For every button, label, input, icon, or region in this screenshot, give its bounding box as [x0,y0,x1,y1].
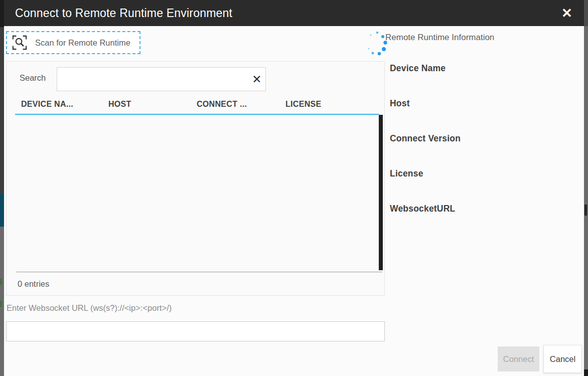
table-header-underline [15,114,379,115]
scan-button-label: Scan for Remote Runtime [35,38,130,48]
connect-remote-runtime-dialog: Connect to Remote Runtime Environment ✕ … [4,0,584,376]
background-right-mark [584,205,587,216]
info-field-connect-version: Connect Version [390,133,461,144]
background-left-teal-mark [0,194,4,227]
background-right-strip-top [584,0,588,26]
column-header-license[interactable]: LICENSE [285,100,321,109]
background-left-strip-top [0,0,4,27]
device-table-panel: Search ✕ DEVICE NA... HOST CONNECT ... L… [6,61,385,296]
info-panel-title: Remote Runtime Information [385,33,494,43]
column-header-device-name[interactable]: DEVICE NA... [21,100,73,109]
scan-for-remote-runtime-button[interactable]: Scan for Remote Runtime [6,31,140,54]
entries-count: 0 entries [18,279,49,289]
background-right-strip [584,0,588,376]
dialog-header: Connect to Remote Runtime Environment ✕ [4,0,584,26]
info-field-websocket-url: WebsocketURL [390,204,455,214]
scan-search-icon [12,35,27,50]
background-gutter-mark [0,279,2,285]
search-input[interactable] [57,67,266,91]
info-field-device-name: Device Name [390,63,446,74]
background-right-strip-bottom [584,369,588,376]
info-field-license: License [390,168,423,179]
background-gutter-mark [0,301,2,307]
info-field-host: Host [390,98,410,109]
websocket-url-label: Enter Websocket URL (ws(s?)://<ip>:<port… [7,303,172,313]
websocket-url-input[interactable] [6,321,385,341]
search-label: Search [20,73,46,83]
close-icon[interactable]: ✕ [557,0,577,26]
connect-button[interactable]: Connect [498,346,539,371]
cancel-button[interactable]: Cancel [543,345,582,373]
column-header-connect-version[interactable]: CONNECT ... [197,100,247,109]
column-header-host[interactable]: HOST [108,100,131,109]
clear-search-icon[interactable]: ✕ [250,73,263,86]
table-bottom-divider [16,272,382,272]
table-scrollbar[interactable] [379,115,383,270]
dialog-title: Connect to Remote Runtime Environment [4,7,232,20]
